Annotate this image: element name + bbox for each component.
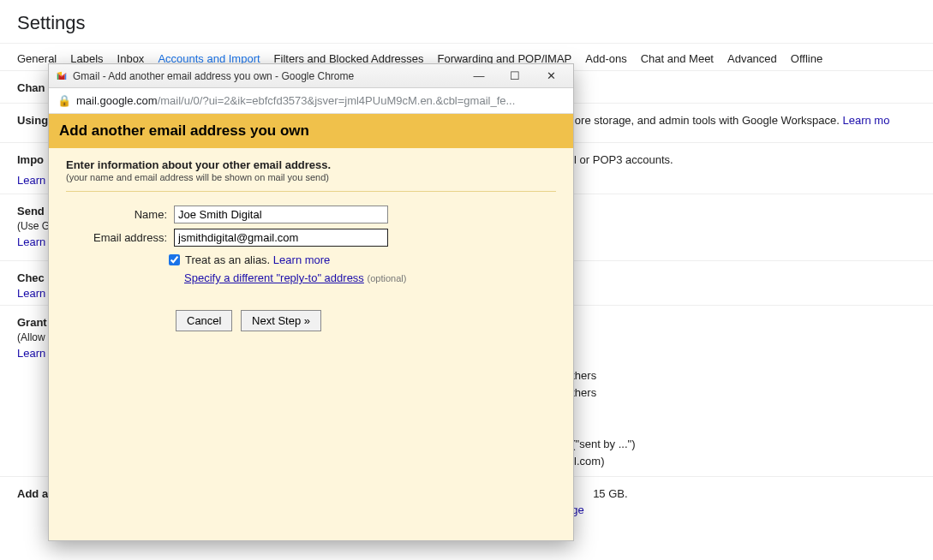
cancel-button[interactable]: Cancel [176, 310, 232, 331]
gmail-icon [56, 70, 68, 82]
email-label: Email address: [66, 231, 174, 244]
using-text: more storage, and admin tools with Googl… [565, 114, 842, 127]
window-close-icon[interactable]: ✕ [539, 69, 563, 82]
tab-chat-meet[interactable]: Chat and Meet [641, 52, 714, 65]
grant-ailcom: ail.com) [565, 453, 916, 470]
grant-others2: others [565, 384, 916, 402]
window-maximize-icon[interactable]: ☐ [503, 69, 527, 82]
optional-text: (optional) [368, 273, 407, 283]
tab-offline[interactable]: Offline [791, 52, 822, 65]
tab-addons[interactable]: Add-ons [585, 52, 626, 65]
url-host: mail.google.com [76, 94, 158, 107]
popup-instruction: Enter information about your other email… [66, 158, 556, 171]
reply-to-link[interactable]: Specify a different "reply-to" address [184, 271, 364, 284]
tab-advanced[interactable]: Advanced [727, 52, 777, 65]
grant-sub: (Allow [17, 331, 45, 343]
alias-text: Treat as an alias. [185, 253, 270, 266]
address-bar[interactable]: 🔒 mail.google.com/mail/u/0/?ui=2&ik=ebfc… [49, 88, 573, 114]
window-titlebar: Gmail - Add another email address you ow… [49, 64, 573, 88]
window-title: Gmail - Add another email address you ow… [73, 70, 467, 82]
page-title: Settings [0, 0, 933, 43]
popup-window: Gmail - Add another email address you ow… [48, 63, 574, 541]
divider [66, 191, 556, 192]
alias-learn-more-link[interactable]: Learn more [273, 253, 330, 266]
next-step-button[interactable]: Next Step » [241, 310, 321, 331]
send-sub: (Use G [17, 220, 50, 232]
popup-sub-instruction: (your name and email address will be sho… [66, 172, 556, 182]
url-rest: /mail/u/0/?ui=2&ik=ebfcfd3573&jsver=jml4… [158, 94, 516, 107]
email-field[interactable] [174, 229, 388, 247]
storage-gb: 15 GB. [593, 487, 627, 500]
learn-link[interactable]: Learn [17, 287, 45, 300]
learn-link[interactable]: Learn [17, 174, 45, 187]
learn-link[interactable]: Learn [17, 235, 45, 248]
import-text: ail or POP3 accounts. [565, 153, 673, 166]
name-label: Name: [66, 208, 174, 221]
section-label: Add a [17, 487, 48, 500]
alias-checkbox[interactable] [169, 254, 180, 265]
window-minimize-icon[interactable]: — [467, 69, 491, 82]
learn-more-link[interactable]: Learn mo [842, 114, 889, 127]
popup-header: Add another email address you own [49, 114, 573, 148]
popup-body: Add another email address you own Enter … [49, 114, 573, 540]
name-field[interactable] [174, 206, 388, 223]
grant-sentby: t ("sent by ...") [565, 436, 916, 453]
lock-icon: 🔒 [57, 94, 69, 107]
learn-link[interactable]: Learn [17, 347, 45, 360]
grant-others1: others [565, 367, 916, 384]
